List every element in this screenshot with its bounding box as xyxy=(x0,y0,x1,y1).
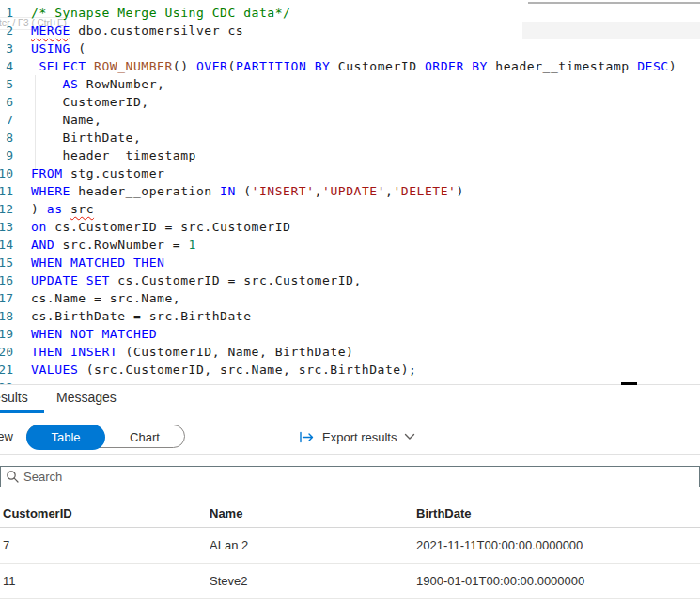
code-line[interactable]: 22 xyxy=(0,379,700,384)
view-label: View xyxy=(0,429,13,443)
results-divider xyxy=(0,454,700,455)
code-text: CustomerID, xyxy=(31,95,149,109)
code-text: ) as src xyxy=(31,202,94,216)
column-header-birthdate[interactable]: BirthDate xyxy=(416,506,693,520)
table-cell[interactable]: 2021-11-11T00:00:00.0000000 xyxy=(416,538,693,552)
code-text: WHEN MATCHED THEN xyxy=(31,255,164,270)
code-text: cs.BirthDate = src.BirthDate xyxy=(31,309,252,323)
export-results-button[interactable]: Export results xyxy=(299,427,415,446)
code-text: WHEN NOT MATCHED xyxy=(31,327,157,341)
code-text: VALUES (src.CustomerID, src.Name, src.Bi… xyxy=(31,363,416,377)
line-number: 18 xyxy=(0,307,13,325)
code-text: THEN INSERT (CustomerID, Name, BirthDate… xyxy=(31,345,353,359)
line-number: 14 xyxy=(0,236,13,254)
table-row[interactable]: 11Steve21900-01-01T00:00:00.0000000 xyxy=(0,563,700,599)
line-number: 12 xyxy=(0,200,13,218)
view-toggle: Table Chart xyxy=(26,425,185,448)
code-line[interactable]: 5 AS RowNumber, xyxy=(0,75,700,93)
export-icon xyxy=(299,431,315,443)
code-text: SELECT ROW_NUMBER() OVER(PARTITION BY Cu… xyxy=(31,59,677,73)
export-results-label: Export results xyxy=(322,430,397,444)
code-text: USING ( xyxy=(31,41,86,55)
code-line[interactable]: 1/* Synapse Merge Using CDC data*/ xyxy=(0,4,700,22)
code-line[interactable]: 20THEN INSERT (CustomerID, Name, BirthDa… xyxy=(0,343,700,361)
line-number: 11 xyxy=(0,182,13,200)
line-number: 8 xyxy=(0,129,13,147)
line-number: 13 xyxy=(0,218,13,236)
code-text: WHERE header__operation IN ('INSERT','UP… xyxy=(31,184,464,198)
line-number: 15 xyxy=(0,254,13,271)
toggle-chart-button[interactable]: Chart xyxy=(105,425,184,449)
search-input[interactable] xyxy=(0,466,700,487)
grid-header: CustomerIDNameBirthDate xyxy=(0,493,700,527)
code-line[interactable]: 3USING ( xyxy=(0,39,700,57)
line-number: 17 xyxy=(0,289,13,307)
line-number: 4 xyxy=(0,57,13,75)
results-panel: ResultsMessages View Table Chart Export … xyxy=(0,385,700,603)
column-header-name[interactable]: Name xyxy=(210,506,412,520)
code-line[interactable]: 9 header__timestamp xyxy=(0,147,700,164)
code-line[interactable]: 6 CustomerID, xyxy=(0,93,700,111)
code-line[interactable]: 17cs.Name = src.Name, xyxy=(0,289,700,307)
table-cell[interactable]: ALan 2 xyxy=(210,538,412,552)
line-number: 22 xyxy=(0,379,13,384)
table-cell[interactable]: 7 xyxy=(3,538,205,552)
line-number: 21 xyxy=(0,361,13,379)
line-number: 5 xyxy=(0,75,13,93)
code-text: AND src.RowNumber = 1 xyxy=(31,238,196,252)
sql-editor[interactable]: ter / F3 ( Ctrl+E) 1/* Synapse Merge Usi… xyxy=(0,0,700,384)
code-line[interactable]: 21VALUES (src.CustomerID, src.Name, src.… xyxy=(0,361,700,379)
code-text: UPDATE SET cs.CustomerID = src.CustomerI… xyxy=(31,273,362,287)
code-line[interactable]: 18cs.BirthDate = src.BirthDate xyxy=(0,307,700,325)
code-text: Name, xyxy=(31,113,101,127)
code-line[interactable]: 4 SELECT ROW_NUMBER() OVER(PARTITION BY … xyxy=(0,57,700,75)
code-text: on cs.CustomerID = src.CustomerID xyxy=(31,220,290,234)
toggle-table-button[interactable]: Table xyxy=(26,425,105,450)
tab-results[interactable]: Results xyxy=(0,390,28,405)
code-text: cs.Name = src.Name, xyxy=(31,291,180,305)
code-line[interactable]: 11WHERE header__operation IN ('INSERT','… xyxy=(0,182,700,200)
code-line[interactable]: 7 Name, xyxy=(0,111,700,129)
line-number: 3 xyxy=(0,39,13,57)
code-lines[interactable]: 1/* Synapse Merge Using CDC data*/2MERGE… xyxy=(0,4,700,384)
code-text: header__timestamp xyxy=(31,148,196,162)
code-text: FROM stg.customer xyxy=(31,166,164,180)
code-text: BirthDate, xyxy=(31,131,141,145)
code-line[interactable]: 19WHEN NOT MATCHED xyxy=(0,325,700,343)
tab-messages[interactable]: Messages xyxy=(56,390,117,405)
code-text: /* Synapse Merge Using CDC data*/ xyxy=(31,6,290,20)
line-number: 6 xyxy=(0,93,13,111)
code-line[interactable]: 12) as src xyxy=(0,200,700,218)
line-number: 20 xyxy=(0,343,13,361)
line-number: 9 xyxy=(0,147,13,164)
line-number: 19 xyxy=(0,325,13,343)
code-text: MERGE dbo.customersilver cs xyxy=(31,23,243,38)
column-header-customerid[interactable]: CustomerID xyxy=(3,506,205,520)
code-text: AS RowNumber, xyxy=(31,77,164,91)
line-number: 10 xyxy=(0,164,13,182)
active-tab-underline xyxy=(0,410,44,413)
app-window: ter / F3 ( Ctrl+E) 1/* Synapse Merge Usi… xyxy=(0,0,700,603)
table-cell[interactable]: Steve2 xyxy=(210,574,412,588)
code-line[interactable]: 8 BirthDate, xyxy=(0,129,700,147)
code-line[interactable]: 2MERGE dbo.customersilver cs xyxy=(0,22,700,39)
code-line[interactable]: 13on cs.CustomerID = src.CustomerID xyxy=(0,218,700,236)
code-line[interactable]: 16UPDATE SET cs.CustomerID = src.Custome… xyxy=(0,271,700,289)
code-line[interactable]: 14AND src.RowNumber = 1 xyxy=(0,236,700,254)
line-number: 1 xyxy=(0,4,13,22)
table-cell[interactable]: 11 xyxy=(3,574,205,588)
code-line[interactable]: 10FROM stg.customer xyxy=(0,164,700,182)
code-line[interactable]: 15WHEN MATCHED THEN xyxy=(0,254,700,271)
table-cell[interactable]: 1900-01-01T00:00:00.0000000 xyxy=(416,574,693,588)
line-number: 7 xyxy=(0,111,13,129)
line-number: 16 xyxy=(0,271,13,289)
table-row[interactable]: 7ALan 22021-11-11T00:00:00.0000000 xyxy=(0,527,700,564)
chevron-down-icon xyxy=(404,433,415,441)
line-number: 2 xyxy=(0,22,13,39)
